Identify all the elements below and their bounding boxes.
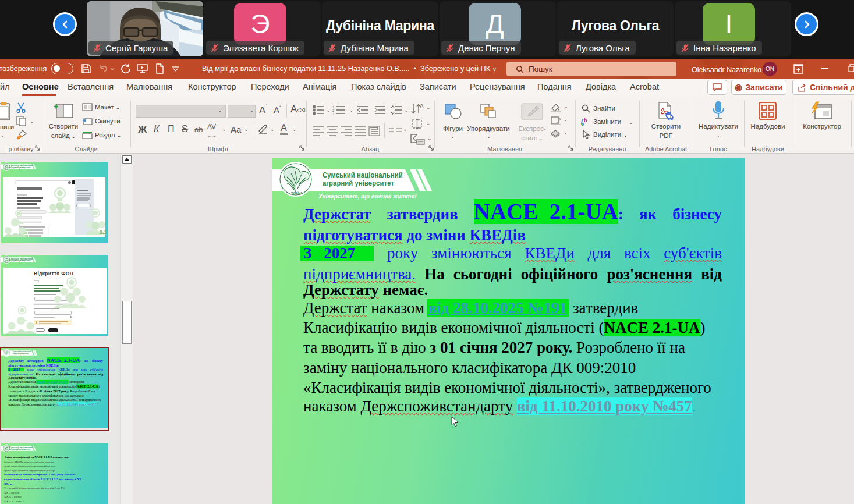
- svg-text:УКРАЇНА: УКРАЇНА: [5, 355, 8, 356]
- svg-text:УКРАЇНА: УКРАЇНА: [291, 191, 303, 195]
- svg-text:Сумський національний: Сумський національний: [9, 258, 33, 260]
- svg-text:3: 3: [332, 112, 335, 116]
- svg-text:c: c: [581, 121, 584, 126]
- svg-text:Сумський національний: Сумський національний: [9, 165, 33, 167]
- svg-text:2.1: 2.1: [100, 229, 105, 235]
- svg-text:b: b: [584, 118, 587, 123]
- svg-text:аграрний університет: аграрний університет: [9, 260, 31, 262]
- svg-text:A: A: [420, 103, 424, 109]
- svg-text:аграрний університет: аграрний університет: [9, 166, 31, 169]
- svg-text:аграрний університет: аграрний університет: [9, 448, 31, 450]
- svg-text:Сумський національний: Сумський національний: [9, 446, 33, 449]
